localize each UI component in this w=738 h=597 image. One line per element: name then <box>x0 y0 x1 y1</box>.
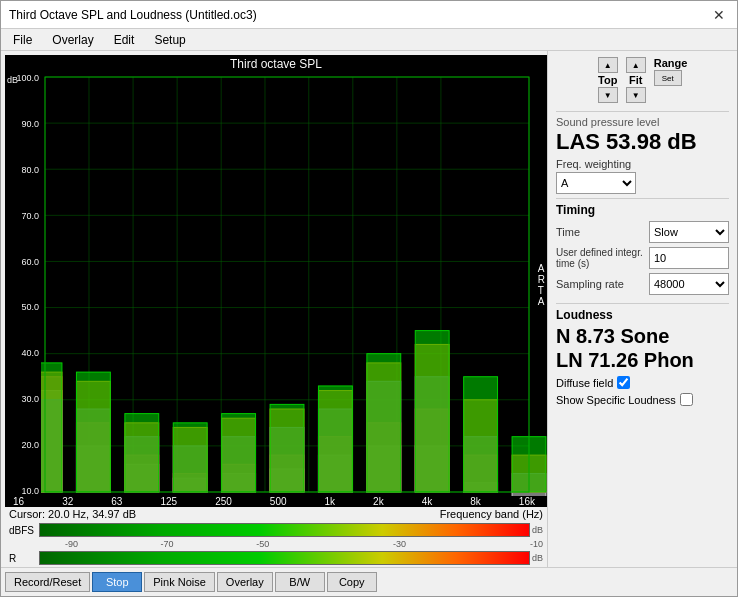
top-nav-col: ▲ Top ▼ <box>598 57 618 103</box>
record-reset-button[interactable]: Record/Reset <box>5 572 90 592</box>
spl-chart-canvas <box>41 73 547 496</box>
close-button[interactable]: ✕ <box>709 5 729 25</box>
time-row: Time Slow Fast <box>556 221 729 243</box>
y-label-70: 70.0 <box>7 211 39 221</box>
user-integr-label: User defined integr. time (s) <box>556 247 649 269</box>
top-up-button[interactable]: ▲ <box>598 57 618 73</box>
pink-noise-button[interactable]: Pink Noise <box>144 572 215 592</box>
menu-edit[interactable]: Edit <box>110 32 139 48</box>
spl-section-label: Sound pressure level <box>556 116 729 128</box>
cursor-info-row: Cursor: 20.0 Hz, 34.97 dB Frequency band… <box>5 507 547 521</box>
arta-label: ARTA <box>538 263 545 307</box>
freq-weighting-select[interactable]: A B C Z <box>556 172 636 194</box>
sampling-rate-select[interactable]: 48000 44100 96000 <box>649 273 729 295</box>
spl-value: LAS 53.98 dB <box>556 130 729 154</box>
user-integr-row: User defined integr. time (s) <box>556 247 729 269</box>
y-label-60: 60.0 <box>7 257 39 267</box>
time-label: Time <box>556 226 649 238</box>
window-title: Third Octave SPL and Loudness (Untitled.… <box>9 8 257 22</box>
range-down-button[interactable]: ▼ <box>626 87 646 103</box>
show-specific-checkbox[interactable] <box>680 393 693 406</box>
nav-controls: ▲ Top ▼ ▲ Fit ▼ Range Set <box>556 57 729 103</box>
cursor-info: Cursor: 20.0 Hz, 34.97 dB <box>9 508 136 520</box>
loudness-phon: LN 71.26 Phon <box>556 348 729 372</box>
main-window: Third Octave SPL and Loudness (Untitled.… <box>0 0 738 597</box>
overlay-button[interactable]: Overlay <box>217 572 273 592</box>
user-integr-input[interactable] <box>649 247 729 269</box>
time-select[interactable]: Slow Fast <box>649 221 729 243</box>
menu-file[interactable]: File <box>9 32 36 48</box>
set-button[interactable]: Set <box>654 70 682 86</box>
dbfs-row-r: R dB <box>5 549 547 567</box>
y-label-10: 10.0 <box>7 486 39 496</box>
menu-bar: File Overlay Edit Setup <box>1 29 737 51</box>
y-label-50: 50.0 <box>7 302 39 312</box>
loudness-section: Loudness N 8.73 Sone LN 71.26 Phon Diffu… <box>556 303 729 406</box>
timing-title: Timing <box>556 203 729 217</box>
title-bar: Third Octave SPL and Loudness (Untitled.… <box>1 1 737 29</box>
y-label-20: 20.0 <box>7 440 39 450</box>
dbfs-ticks: -90-70-50-30-10 <box>5 539 547 549</box>
top-label: Top <box>598 74 617 86</box>
bw-button[interactable]: B/W <box>275 572 325 592</box>
top-down-button[interactable]: ▼ <box>598 87 618 103</box>
diffuse-field-row: Diffuse field <box>556 376 729 389</box>
dbfs-unit-l: dB <box>532 525 543 535</box>
timing-section: Timing Time Slow Fast User defined integ… <box>556 198 729 299</box>
fit-label: Fit <box>629 74 642 86</box>
sampling-rate-row: Sampling rate 48000 44100 96000 <box>556 273 729 295</box>
range-label: Range <box>654 57 688 69</box>
range-up-button[interactable]: ▲ <box>626 57 646 73</box>
main-content: Third octave SPL 100.0 90.0 80.0 70.0 60… <box>1 51 737 567</box>
y-label-30: 30.0 <box>7 394 39 404</box>
dbfs-meter-r <box>39 551 530 565</box>
stop-button[interactable]: Stop <box>92 572 142 592</box>
x-axis-labels: 1632631252505001k2k4k8k16k <box>5 496 547 507</box>
right-panel: ▲ Top ▼ ▲ Fit ▼ Range Set Sound pressure… <box>547 51 737 567</box>
menu-setup[interactable]: Setup <box>150 32 189 48</box>
y-label-80: 80.0 <box>7 165 39 175</box>
freq-band-label: Frequency band (Hz) <box>440 508 543 520</box>
show-specific-label: Show Specific Loudness <box>556 394 676 406</box>
diffuse-field-label: Diffuse field <box>556 377 613 389</box>
bottom-buttons-bar: Record/Reset Stop Pink Noise Overlay B/W… <box>1 567 737 596</box>
y-label-90: 90.0 <box>7 119 39 129</box>
copy-button[interactable]: Copy <box>327 572 377 592</box>
freq-weighting-label: Freq. weighting <box>556 158 729 170</box>
spl-section: Sound pressure level LAS 53.98 dB Freq. … <box>556 111 729 194</box>
show-specific-row: Show Specific Loudness <box>556 393 729 406</box>
dbfs-row-l: dBFS dB <box>5 521 547 539</box>
y-label-40: 40.0 <box>7 348 39 358</box>
r-label: R <box>9 553 37 564</box>
chart-title: Third octave SPL <box>230 57 322 71</box>
dbfs-meter-l <box>39 523 530 537</box>
diffuse-field-checkbox[interactable] <box>617 376 630 389</box>
loudness-title: Loudness <box>556 308 729 322</box>
dbfs-label: dBFS <box>9 525 37 536</box>
sampling-rate-label: Sampling rate <box>556 278 649 290</box>
fit-nav-col: ▲ Fit ▼ <box>626 57 646 103</box>
db-unit-label: dB <box>7 75 18 85</box>
dbfs-unit-r: dB <box>532 553 543 563</box>
menu-overlay[interactable]: Overlay <box>48 32 97 48</box>
loudness-sone: N 8.73 Sone <box>556 324 729 348</box>
range-col: Range Set <box>654 57 688 103</box>
